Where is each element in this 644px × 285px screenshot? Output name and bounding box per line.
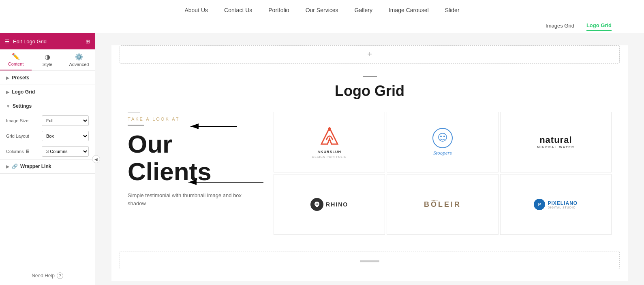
section-logo-grid: ▶ Logo Grid <box>0 85 95 99</box>
wrapper-link-icon: 🔗 <box>12 164 18 169</box>
nav-portfolio[interactable]: Portfolio <box>268 7 289 13</box>
top-navigation: About Us Contact Us Portfolio Our Servic… <box>0 0 644 33</box>
title-divider <box>363 76 377 77</box>
collapse-sidebar-button[interactable]: ◀ <box>92 155 100 163</box>
clients-top-divider <box>128 112 140 113</box>
logo-grid-label: Logo Grid <box>12 89 35 95</box>
tab-advanced[interactable]: ⚙️ Advanced <box>63 49 95 70</box>
presets-header[interactable]: ▶ Presets <box>0 71 95 85</box>
logo-cell-natural: natural mineral water <box>500 112 612 172</box>
take-look-label: TAKE A LOOK AT <box>128 117 257 121</box>
section-settings: ▼ Settings Image Size Full Grid Layout B… <box>0 99 95 160</box>
svg-point-5 <box>317 204 319 205</box>
tab-images-grid[interactable]: Images Grid <box>546 23 574 30</box>
svg-point-0 <box>328 128 331 131</box>
boleir-logo: BŌLEIR <box>424 200 461 209</box>
sidebar-footer[interactable]: Need Help ? <box>0 266 95 285</box>
clients-title: OurClients <box>128 130 257 185</box>
wrapper-link-arrow: ▶ <box>6 164 9 169</box>
tab-style-label: Style <box>43 62 52 67</box>
rhino-svg <box>313 200 321 208</box>
sidebar: ☰ Edit Logo Grid ⊞ ✏️ Content ◑ Style <box>0 33 95 285</box>
sidebar-header-icons: ⊞ <box>86 38 90 45</box>
stoopers-face-svg <box>434 130 451 146</box>
svg-text:P: P <box>538 202 541 207</box>
sidebar-wrapper: ☰ Edit Logo Grid ⊞ ✏️ Content ◑ Style <box>0 33 95 285</box>
nav-gallery[interactable]: Gallery <box>355 7 372 13</box>
nav-image-carousel[interactable]: Image Carousel <box>389 7 429 13</box>
nav-our-services[interactable]: Our Services <box>306 7 338 13</box>
need-help-text: Need Help <box>32 273 55 279</box>
nav-contact-us[interactable]: Contact Us <box>224 7 252 13</box>
edit-icon: ✏️ <box>12 53 20 60</box>
pixeliano-icon: P <box>534 199 545 210</box>
stoopers-circle <box>432 128 453 148</box>
columns-label: Columns <box>6 149 24 154</box>
nav-slider[interactable]: Slider <box>445 7 460 13</box>
akursluh-logo: AKURSLUH DESIGN PORTFOLIO <box>312 126 347 158</box>
add-block-bottom[interactable]: ▬▬▬ <box>120 251 620 269</box>
natural-sub: mineral water <box>537 145 575 149</box>
logo-cell-rhino: RHINO <box>274 174 385 235</box>
wrapper-link-label: Wrapper Link <box>20 164 51 169</box>
clients-left-panel: TAKE A LOOK AT OurClients Simple testimo… <box>128 112 257 235</box>
gear-icon: ⚙️ <box>75 53 83 61</box>
help-icon[interactable]: ? <box>57 272 63 279</box>
tab-content[interactable]: ✏️ Content <box>0 49 32 70</box>
logo-grid: AKURSLUH DESIGN PORTFOLIO <box>274 112 612 235</box>
tab-style[interactable]: ◑ Style <box>32 49 63 70</box>
rhino-icon <box>310 198 323 211</box>
columns-select[interactable]: 3 Columns <box>42 146 89 157</box>
pixeliano-svg: P <box>536 201 543 208</box>
canvas-area: + Logo Grid TAKE A LOOK AT OurClients Si… <box>95 33 644 285</box>
image-size-row: Image Size Full <box>0 113 95 128</box>
logo-grid-header[interactable]: ▶ Logo Grid <box>0 85 95 99</box>
nav-about-us[interactable]: About Us <box>184 7 208 13</box>
wrapper-link-header[interactable]: ▶ 🔗 Wrapper Link <box>0 160 95 173</box>
presets-label: Presets <box>12 75 29 81</box>
logo-grid-arrow: ▶ <box>6 90 9 94</box>
stoopers-logo: Stoopers <box>432 128 453 156</box>
tab-advanced-label: Advanced <box>69 62 89 67</box>
rhino-name: RHINO <box>326 201 348 208</box>
tab-content-label: Content <box>8 62 24 66</box>
image-size-label: Image Size <box>6 118 39 123</box>
svg-point-4 <box>316 204 317 205</box>
akursluh-sub: DESIGN PORTFOLIO <box>312 155 347 158</box>
settings-header[interactable]: ▼ Settings <box>0 99 95 113</box>
page-content: + Logo Grid TAKE A LOOK AT OurClients Si… <box>111 45 628 281</box>
sidebar-tabs: ✏️ Content ◑ Style ⚙️ Advanced <box>0 49 95 71</box>
logo-cell-stoopers: Stoopers <box>387 112 498 172</box>
logo-cell-akursluh: AKURSLUH DESIGN PORTFOLIO <box>274 112 385 172</box>
pixeliano-logo: P PIXELIANO DIGITAL STUDIO <box>534 199 578 210</box>
grid-layout-select[interactable]: Box <box>42 131 89 141</box>
svg-point-3 <box>443 136 445 137</box>
columns-row: Columns 🖥 3 Columns <box>0 144 95 159</box>
page-title-area: Logo Grid <box>111 68 628 104</box>
rhino-logo: RHINO <box>310 198 348 211</box>
monitor-icon: 🖥 <box>25 149 30 154</box>
image-size-select[interactable]: Full <box>42 115 89 126</box>
bottom-add-icon: ▬▬▬ <box>360 257 379 264</box>
tab-logo-grid[interactable]: Logo Grid <box>586 22 612 31</box>
settings-arrow: ▼ <box>6 104 10 108</box>
natural-main: natural <box>537 135 575 145</box>
nav-row-main: About Us Contact Us Portfolio Our Servic… <box>8 0 636 20</box>
logo-cell-boleir: BŌLEIR <box>387 174 498 235</box>
presets-arrow: ▶ <box>6 76 9 80</box>
sidebar-title: Edit Logo Grid <box>13 38 47 45</box>
settings-label: Settings <box>13 103 32 109</box>
clients-section: TAKE A LOOK AT OurClients Simple testimo… <box>111 104 628 247</box>
section-wrapper-link: ▶ 🔗 Wrapper Link <box>0 160 95 174</box>
add-block-top[interactable]: + <box>120 45 620 64</box>
grid-icon[interactable]: ⊞ <box>86 38 90 45</box>
page-main-title: Logo Grid <box>111 83 628 100</box>
add-block-plus-icon: + <box>367 50 372 59</box>
akursluh-svg <box>317 126 342 148</box>
stoopers-name: Stoopers <box>433 150 452 156</box>
pixeliano-name: PIXELIANO <box>548 200 578 206</box>
natural-logo: natural mineral water <box>537 135 575 149</box>
pixeliano-sub: DIGITAL STUDIO <box>548 206 578 209</box>
hamburger-icon[interactable]: ☰ <box>5 38 10 45</box>
grid-layout-row: Grid Layout Box <box>0 128 95 144</box>
